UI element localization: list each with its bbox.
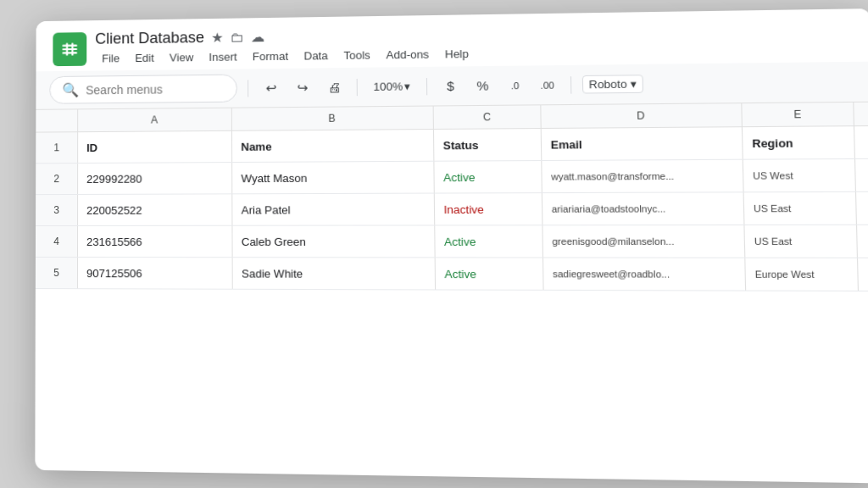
table-row: 5 907125506 Sadie White Active sadiegres… (36, 258, 868, 291)
doc-title: Client Database (95, 29, 204, 48)
row-num-5: 5 (36, 258, 78, 288)
cell-2-a[interactable]: 229992280 (78, 163, 232, 194)
col-header-b: B (232, 107, 434, 130)
star-icon[interactable]: ★ (211, 30, 223, 46)
row-num-4: 4 (36, 226, 78, 257)
decrease-decimal-button[interactable]: .0 (502, 73, 527, 97)
increase-decimal-button[interactable]: .00 (535, 73, 560, 97)
title-section: Client Database ★ 🗀 ☁ File Edit View Ins… (95, 25, 476, 67)
cell-4-d[interactable]: greenisgood@milanselon... (542, 225, 745, 258)
cell-3-a[interactable]: 220052522 (78, 194, 232, 225)
cell-3-b[interactable]: Aria Patel (232, 194, 435, 225)
zoom-label: 100% (373, 80, 403, 93)
cloud-icon[interactable]: ☁ (251, 29, 264, 45)
col-header-a: A (78, 108, 232, 132)
currency-button[interactable]: $ (438, 74, 464, 98)
cell-4-c[interactable]: Active (435, 225, 543, 257)
font-chevron-icon: ▾ (630, 77, 637, 91)
cell-5-b[interactable]: Sadie White (233, 258, 436, 289)
search-icon: 🔍 (62, 82, 79, 98)
cell-5-c[interactable]: Active (436, 258, 544, 289)
cell-5-e[interactable]: Europe West (745, 258, 859, 291)
table-header-row: 1 ID Name Status Email Region (36, 126, 868, 164)
font-select[interactable]: Roboto ▾ (582, 75, 643, 93)
col-header-d: D (541, 103, 743, 128)
cell-1-e[interactable]: Region (743, 126, 855, 158)
table-row: 2 229992280 Wyatt Mason Active wyatt.mas… (36, 159, 868, 195)
menu-edit[interactable]: Edit (128, 49, 161, 67)
cell-4-a[interactable]: 231615566 (78, 226, 233, 257)
svg-rect-5 (71, 43, 73, 56)
menu-view[interactable]: View (163, 48, 200, 66)
paint-format-button[interactable]: 🖨 (321, 75, 346, 100)
cell-1-a[interactable]: ID (78, 131, 232, 163)
table-row: 4 231615566 Caleb Green Active greenisgo… (36, 225, 868, 258)
menu-insert[interactable]: Insert (202, 47, 243, 66)
app-icon (53, 32, 86, 66)
toolbar-divider-3 (426, 78, 427, 95)
svg-rect-2 (63, 48, 77, 50)
menu-data[interactable]: Data (297, 47, 335, 65)
spreadsheet: A B C D E 1 ID Name Status Email Region … (35, 103, 868, 480)
cell-2-c[interactable]: Active (434, 161, 542, 192)
redo-button[interactable]: ↪ (290, 75, 314, 99)
cell-1-d[interactable]: Email (542, 127, 743, 160)
cell-1-b[interactable]: Name (232, 130, 434, 162)
table-row: 3 220052522 Aria Patel Inactive ariariar… (36, 192, 868, 226)
menu-bar: File Edit View Insert Format Data Tools … (95, 45, 476, 68)
folder-icon[interactable]: 🗀 (231, 30, 244, 45)
percent-button[interactable]: % (470, 74, 496, 98)
cell-3-e[interactable]: US East (744, 192, 857, 225)
row-num-2: 2 (36, 164, 78, 194)
search-input[interactable] (86, 81, 214, 97)
menu-help[interactable]: Help (437, 45, 476, 64)
col-header-e: E (742, 103, 854, 126)
title-bar: Client Database ★ 🗀 ☁ File Edit View Ins… (36, 8, 868, 71)
cell-3-c[interactable]: Inactive (435, 193, 543, 225)
zoom-chevron-icon: ▾ (404, 80, 410, 92)
cell-3-d[interactable]: ariariaria@toadstoolnyc... (542, 192, 745, 225)
col-header-c: C (434, 105, 542, 129)
toolbar-divider-4 (570, 76, 571, 94)
toolbar-divider-1 (248, 80, 248, 97)
toolbar-divider-2 (357, 78, 358, 95)
cell-5-a[interactable]: 907125506 (78, 258, 233, 289)
undo-button[interactable]: ↩ (259, 75, 283, 99)
search-box[interactable]: 🔍 (49, 75, 237, 104)
cell-4-b[interactable]: Caleb Green (232, 225, 435, 257)
menu-format[interactable]: Format (246, 47, 296, 66)
cell-2-b[interactable]: Wyatt Mason (232, 162, 435, 194)
cell-2-d[interactable]: wyatt.mason@transforme... (542, 160, 743, 192)
cell-1-c[interactable]: Status (434, 129, 542, 161)
cell-5-d[interactable]: sadiegresweet@roadblo... (543, 258, 746, 291)
svg-rect-4 (66, 43, 68, 56)
zoom-select[interactable]: 100% ▾ (368, 77, 416, 96)
doc-title-row: Client Database ★ 🗀 ☁ (95, 25, 476, 47)
svg-rect-3 (63, 52, 77, 53)
cell-2-e[interactable]: US West (743, 159, 856, 191)
menu-addons[interactable]: Add-ons (379, 45, 436, 64)
row-num-header (36, 109, 78, 131)
row-num-1: 1 (36, 132, 78, 163)
app-window: Client Database ★ 🗀 ☁ File Edit View Ins… (35, 8, 868, 483)
menu-file[interactable]: File (95, 49, 126, 67)
menu-tools[interactable]: Tools (337, 46, 377, 64)
row-num-3: 3 (36, 195, 78, 225)
cell-4-e[interactable]: US East (744, 225, 858, 258)
svg-rect-1 (63, 45, 77, 47)
